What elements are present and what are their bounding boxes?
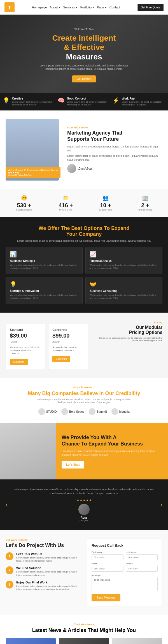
options-sub: Lorem ipsum dolor sit amet, consectetur … bbox=[6, 239, 162, 242]
submit-button[interactable]: Send Message bbox=[92, 594, 120, 601]
testimonial-stars: ★★★★★ bbox=[13, 498, 155, 502]
option-icon-0: 📊 bbox=[10, 251, 78, 258]
first-name-label: First Name bbox=[92, 551, 123, 553]
stat-num-1: 416 + bbox=[59, 202, 73, 209]
news-img-0 bbox=[6, 638, 56, 644]
options-grid: 📊 Business Strategic We bring the right … bbox=[6, 247, 162, 304]
testimonial-author-avatar bbox=[78, 504, 90, 515]
credibility-headline: Many Big Companies Believe In Our Credib… bbox=[6, 391, 162, 396]
nav-portfolio[interactable]: Portfolio ▾ bbox=[80, 6, 94, 9]
message-input[interactable] bbox=[92, 577, 158, 591]
credibility-sub: Pellentesque a sapien vel neque tincidun… bbox=[35, 398, 133, 404]
email-input[interactable] bbox=[92, 566, 123, 572]
stat-label-2: Expert Team bbox=[99, 209, 112, 211]
stat-num-0: 530 + bbox=[16, 202, 32, 209]
news-card-0: November 3, 2021 Why Should You Use Our … bbox=[6, 638, 56, 644]
nav-page[interactable]: Page ▾ bbox=[97, 6, 107, 9]
cta-headline: We Provide You With A Chance To Expand Y… bbox=[62, 434, 162, 447]
cta-content: We Provide You With A Chance To Expand Y… bbox=[56, 423, 168, 479]
work-step-1: 2 We Find Solution Lorem ipsum dolor sit… bbox=[6, 566, 81, 576]
hero-card-text-2: Lorem ipsum dolor sit amet, consectetur … bbox=[122, 101, 165, 107]
partner-name-1: Bold Space bbox=[69, 410, 84, 413]
testimonial-nav: ‹ Pellentesque dignissim ex at ornare ef… bbox=[6, 485, 162, 525]
stat-icon-3: 🏢 bbox=[138, 195, 152, 201]
news-card-1: November 3, 2021 What Do I Get As A Clie… bbox=[59, 638, 109, 644]
last-name-group: Last Name bbox=[126, 551, 158, 560]
stat-label-1: Project Done bbox=[59, 209, 73, 211]
testimonial-author-role: Designer bbox=[13, 519, 155, 522]
callback-form: Request Call Back First Name Last Name E… bbox=[87, 539, 162, 606]
news-img-1 bbox=[59, 638, 109, 644]
email-row: Email Subject bbox=[92, 562, 158, 572]
pricing-tag: Pricing bbox=[94, 321, 162, 324]
pricing-cards: Standard $39.00 /Month Mauris a arcu lor… bbox=[6, 321, 88, 370]
news-card-2: November 3, 2021 What Should I Prepare ?… bbox=[112, 638, 162, 644]
hero-card-creative: 💡 Creative Lorem ipsum dolor sit amet, c… bbox=[3, 97, 55, 107]
nav-about[interactable]: About ▾ bbox=[50, 6, 60, 9]
plan-period-1: /Month bbox=[52, 341, 60, 343]
step-title-0: Let's Talk With Us bbox=[16, 552, 81, 556]
pricing-headline: Our Modular Pricing Options bbox=[94, 325, 162, 335]
news-section: The Latest News Latest News & Articles T… bbox=[0, 615, 168, 644]
stat-team: 👥 10 + Expert Team bbox=[99, 195, 112, 211]
partner-name-3: Megatix bbox=[119, 410, 130, 413]
partner-0: STUDIO bbox=[38, 408, 57, 415]
partner-logo-2 bbox=[89, 408, 95, 415]
hero-card-text-0: Lorem ipsum dolor sit amet, consectetur … bbox=[12, 101, 55, 107]
hero-description: Lorem ipsum dolor sit amet, consectetur … bbox=[39, 64, 129, 71]
step-title-2: Enjoy Our Final Work bbox=[16, 581, 81, 584]
options-headline: We Offer The Best Options To Expand Your… bbox=[6, 225, 162, 237]
option-title-3: Business Consulting bbox=[90, 289, 158, 292]
option-title-2: Startups & Innovation bbox=[10, 289, 78, 292]
about-section: We've 10 Years Of Experience In Business… bbox=[0, 110, 168, 189]
hero-headline: Create Intelligent & Effective Measures bbox=[39, 33, 129, 62]
get-quote-button[interactable]: Get Free Quote bbox=[137, 4, 164, 11]
author-avatar bbox=[67, 164, 76, 173]
step-num-0: 1 bbox=[6, 552, 13, 560]
plan-price-0: $39.00 bbox=[10, 333, 41, 339]
hero-headline-line3: Measures bbox=[66, 52, 102, 61]
testimonial-text: Pellentesque dignissim ex at ornare effi… bbox=[13, 488, 155, 495]
nav-homepage[interactable]: Homepage bbox=[32, 6, 47, 9]
about-author-row: Dopsicboat bbox=[67, 164, 162, 173]
step-text-0: Lorem ipsum dolor sit amet, consectetur … bbox=[16, 556, 81, 562]
last-name-input[interactable] bbox=[126, 554, 158, 560]
partner-name-0: STUDIO bbox=[46, 410, 57, 413]
option-text-3: We bring the right people together to ch… bbox=[90, 294, 158, 300]
partner-logo-3 bbox=[111, 408, 118, 415]
hero-cta-button[interactable]: Get Started bbox=[72, 75, 95, 82]
news-tag: The Latest News bbox=[6, 623, 162, 626]
subject-input[interactable] bbox=[126, 566, 158, 572]
nav-links: Homepage About ▾ Services ▾ Portfolio ▾ … bbox=[32, 6, 120, 9]
first-name-input[interactable] bbox=[92, 554, 123, 560]
plan-btn-1[interactable]: Subscribe bbox=[52, 356, 70, 362]
subject-label: Subject bbox=[126, 562, 158, 565]
nav-services[interactable]: Services ▾ bbox=[63, 6, 77, 9]
stat-branch: 🏢 2 + Branch Office bbox=[138, 195, 152, 211]
logo[interactable]: T bbox=[4, 2, 15, 12]
plan-name-0: Standard bbox=[10, 328, 41, 331]
about-headline: Marketing Agency That Supports Your Futu… bbox=[67, 130, 162, 142]
option-text-2: We bring the right people together to ch… bbox=[10, 294, 78, 300]
partner-logo-0 bbox=[38, 408, 45, 415]
author-name: Dopsicboat bbox=[78, 167, 92, 170]
plan-period-0: /Month bbox=[10, 341, 18, 343]
hero-card-text-1: Lorem ipsum dolor sit amet, consectetur … bbox=[67, 101, 110, 107]
testimonial-next-arrow[interactable]: › bbox=[161, 502, 162, 508]
partner-logo-1 bbox=[61, 408, 68, 415]
stat-icon-0: 😊 bbox=[16, 195, 32, 201]
about-tag: From Big Service bbox=[67, 126, 162, 129]
option-card-0: 📊 Business Strategic We bring the right … bbox=[6, 247, 83, 274]
news-headline: Latest News & Articles That Might Help Y… bbox=[6, 627, 162, 633]
partner-logos: STUDIO Bold Space Summit Megatix bbox=[6, 408, 162, 415]
cta-button[interactable]: Let's Start bbox=[62, 461, 84, 468]
pricing-desc: Consectetur adipiscing elit, sed do eius… bbox=[94, 337, 162, 342]
plan-desc-1: Aliquam facilisis non erat. Vestibulum c… bbox=[52, 346, 84, 352]
hero-card-title-1: Good Concept bbox=[67, 97, 110, 100]
hero-card-title-0: Creative bbox=[12, 97, 55, 100]
plan-btn-0[interactable]: Subscribe bbox=[10, 359, 28, 365]
navbar: T Homepage About ▾ Services ▾ Portfolio … bbox=[0, 0, 168, 15]
about-stars: ★★★★★ bbox=[8, 171, 58, 174]
nav-contact[interactable]: Contact bbox=[109, 6, 120, 9]
hero-card-title-2: Work Fast bbox=[122, 97, 165, 100]
